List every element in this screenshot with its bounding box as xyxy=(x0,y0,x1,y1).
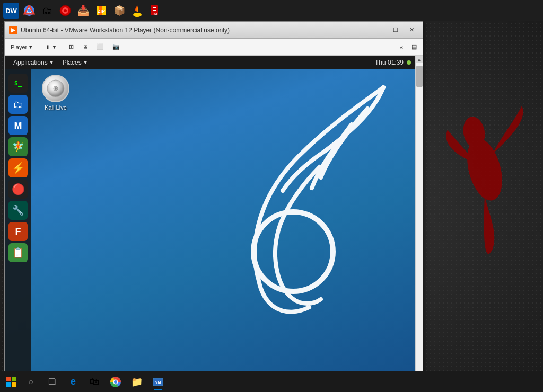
kali-menubar: Applications ▼ Places ▼ Thu 01:39 xyxy=(5,56,415,69)
windows-taskbar-top: DW 🗂 📥 ZIP 📦 xyxy=(0,0,543,21)
svg-rect-21 xyxy=(12,377,16,381)
store-button[interactable]: 🛍 xyxy=(85,372,104,391)
kali-desktop: Applications ▼ Places ▼ Thu 01:39 $ xyxy=(5,56,415,379)
svg-text:PDF: PDF xyxy=(153,12,158,15)
explorer-bottom-button[interactable]: 📁 xyxy=(127,372,146,391)
applications-label: Applications xyxy=(13,59,48,66)
tool-dock-icon[interactable]: 🔧 xyxy=(8,201,28,220)
kali-live-icon-img xyxy=(42,75,69,102)
redsec-dock-icon[interactable]: 🔴 xyxy=(8,180,28,199)
windows-taskbar-bottom: ○ ❑ e 🛍 📁 VM xyxy=(0,371,543,392)
kali-dragon-logo xyxy=(182,72,405,342)
winrar-taskbar-icon[interactable]: ZIP xyxy=(93,3,109,19)
edge-browser-button[interactable]: e xyxy=(64,372,83,391)
player-dropdown-icon: ▼ xyxy=(28,44,33,50)
maximize-button[interactable]: ☐ xyxy=(389,25,402,35)
pdf-taskbar-icon[interactable]: PDF xyxy=(147,3,163,19)
flame-taskbar-icon[interactable] xyxy=(129,3,145,19)
vertical-scrollbar[interactable]: ▲ ▼ xyxy=(415,56,423,379)
malwarebytes-dock-icon[interactable]: M xyxy=(8,116,28,135)
vmware-window: ▶ Ubuntu 64-bit - VMware Workstation 12 … xyxy=(4,21,423,387)
fullscreen-button[interactable]: ⬜ xyxy=(93,41,108,54)
vmware-taskbar-button[interactable]: VM xyxy=(148,372,168,391)
kali-clock: Thu 01:39 xyxy=(375,59,404,66)
vmware-app-icon: ▶ xyxy=(9,26,17,34)
vmware-titlebar: ▶ Ubuntu 64-bit - VMware Workstation 12 … xyxy=(5,22,423,39)
snapshot-button[interactable]: 📷 xyxy=(109,41,124,54)
kali-clock-dot xyxy=(407,60,411,65)
svg-point-5 xyxy=(64,9,67,12)
scroll-thumb-v[interactable] xyxy=(416,66,423,87)
places-menu[interactable]: Places ▼ xyxy=(58,58,92,67)
places-label: Places xyxy=(63,59,82,66)
applications-menu[interactable]: Applications ▼ xyxy=(9,58,58,67)
kali-menubar-right: Thu 01:39 xyxy=(375,59,411,66)
start-button[interactable] xyxy=(3,374,19,390)
toolbar-sep-1 xyxy=(39,42,39,52)
pause-dropdown-icon: ▼ xyxy=(52,44,57,50)
minimize-button[interactable]: — xyxy=(373,25,387,35)
svg-point-26 xyxy=(114,380,117,384)
svg-point-9 xyxy=(133,13,142,17)
svg-rect-20 xyxy=(6,377,11,381)
close-button[interactable]: ✕ xyxy=(405,25,418,35)
toolbar-sep-2 xyxy=(63,42,63,52)
svg-text:VM: VM xyxy=(155,380,161,384)
creature-dock-icon[interactable]: 🧚 xyxy=(8,137,28,156)
sidebar-button[interactable]: ▤ xyxy=(408,41,421,54)
installer-taskbar-icon[interactable]: 📥 xyxy=(75,3,91,19)
pause-icon: ⏸ xyxy=(45,44,51,50)
search-taskbar-button[interactable]: ○ xyxy=(21,372,40,391)
svg-rect-11 xyxy=(153,7,156,8)
player-label: Player xyxy=(11,44,27,50)
task-view-button[interactable]: ❑ xyxy=(42,372,62,391)
files-dock-icon[interactable]: 🗂 xyxy=(8,95,28,114)
window-controls: — ☐ ✕ xyxy=(373,25,418,35)
applications-arrow-icon: ▼ xyxy=(49,60,54,65)
svg-point-2 xyxy=(28,9,31,13)
taskmanager-taskbar-icon[interactable] xyxy=(57,3,73,19)
vm-settings-button[interactable]: 🖥 xyxy=(78,41,92,54)
svg-text:ZIP: ZIP xyxy=(98,8,105,14)
svg-rect-22 xyxy=(6,382,11,387)
player-menu-button[interactable]: Player ▼ xyxy=(7,41,37,54)
places-arrow-icon: ▼ xyxy=(83,60,88,65)
chrome-taskbar-icon[interactable] xyxy=(21,3,37,19)
scroll-track-v[interactable] xyxy=(416,63,423,371)
folder-taskbar-icon[interactable]: 🗂 xyxy=(39,3,55,19)
dreamweaver-taskbar-icon[interactable]: DW xyxy=(3,3,19,19)
collapse-button[interactable]: « xyxy=(396,41,407,54)
vm-viewport-container: Applications ▼ Places ▼ Thu 01:39 $ xyxy=(5,56,423,379)
notes-dock-icon[interactable]: 📋 xyxy=(8,243,28,262)
scroll-up-button[interactable]: ▲ xyxy=(416,56,423,63)
archive-taskbar-icon[interactable]: 📦 xyxy=(111,3,127,19)
send-ctrl-alt-del-button[interactable]: ⊞ xyxy=(65,41,77,54)
toolbar-right: « ▤ xyxy=(396,41,421,54)
flashtool-dock-icon[interactable]: F xyxy=(8,222,28,241)
svg-point-16 xyxy=(55,87,57,90)
svg-rect-23 xyxy=(12,382,16,387)
svg-point-17 xyxy=(253,212,333,291)
burpsuite-dock-icon[interactable]: ⚡ xyxy=(8,158,28,177)
terminal-dock-icon[interactable]: $_ xyxy=(8,74,28,93)
kali-live-label: Kali Live xyxy=(45,104,67,111)
svg-rect-12 xyxy=(153,10,156,11)
kali-dock: $_ 🗂 M 🧚 ⚡ 🔴 🔧 F 📋 xyxy=(5,69,31,379)
vm-viewport[interactable]: Applications ▼ Places ▼ Thu 01:39 $ xyxy=(5,56,415,379)
pause-button[interactable]: ⏸ ▼ xyxy=(41,41,60,54)
vmware-title: Ubuntu 64-bit - VMware Workstation 12 Pl… xyxy=(21,26,373,34)
vmware-toolbar: Player ▼ ⏸ ▼ ⊞ 🖥 ⬜ 📷 « ▤ xyxy=(5,39,423,56)
chrome-bottom-button[interactable] xyxy=(106,372,125,391)
kali-live-desktop-icon[interactable]: Kali Live xyxy=(34,75,77,111)
